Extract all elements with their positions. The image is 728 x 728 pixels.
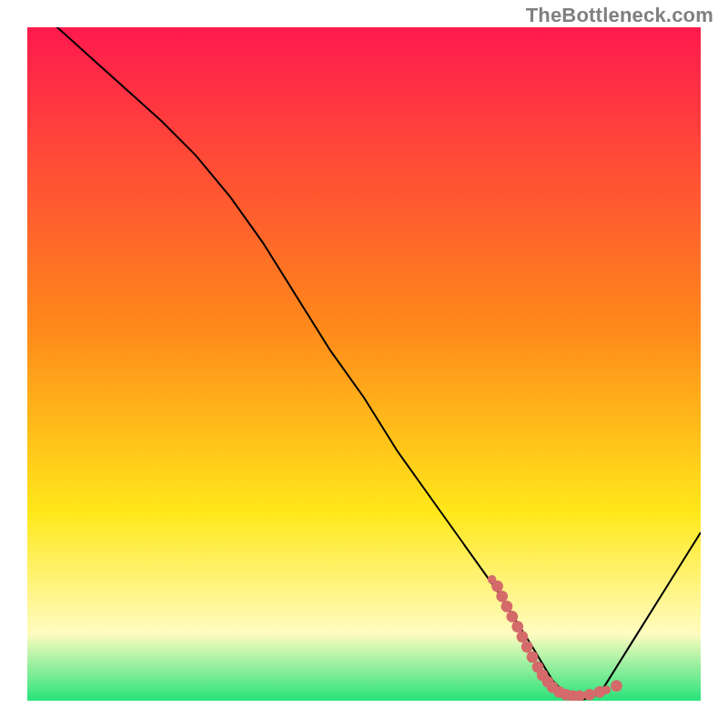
scatter-point xyxy=(527,652,539,663)
gradient-background xyxy=(27,27,701,701)
scatter-point xyxy=(584,689,596,701)
scatter-point xyxy=(506,611,518,622)
scatter-point xyxy=(501,601,513,612)
scatter-point xyxy=(602,685,612,694)
bottleneck-chart xyxy=(27,27,701,701)
scatter-point xyxy=(496,591,508,602)
scatter-point xyxy=(611,680,622,692)
scatter-point xyxy=(491,581,503,592)
scatter-point xyxy=(521,641,533,652)
scatter-point xyxy=(511,621,523,632)
watermark-text: TheBottleneck.com xyxy=(526,4,713,27)
scatter-point xyxy=(517,631,529,642)
